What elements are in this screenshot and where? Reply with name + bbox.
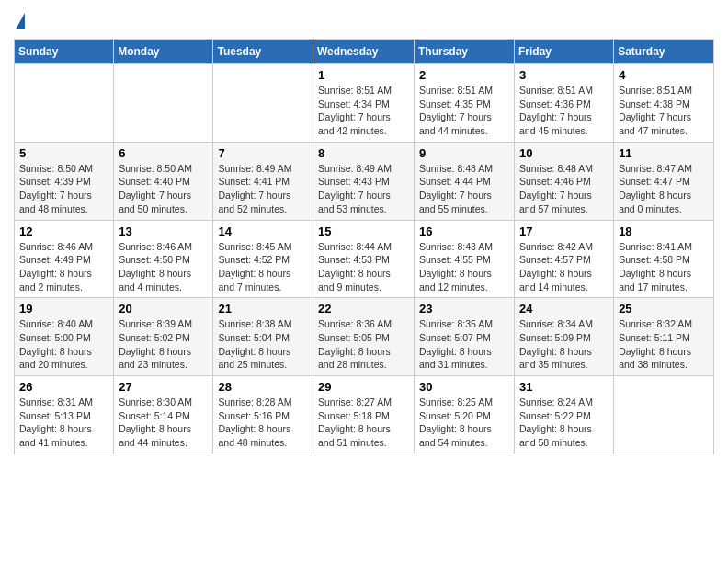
calendar-cell: 19Sunrise: 8:40 AMSunset: 5:00 PMDayligh… <box>15 298 114 376</box>
day-info: Sunrise: 8:43 AMSunset: 4:55 PMDaylight:… <box>419 240 509 294</box>
day-info: Sunrise: 8:31 AMSunset: 5:13 PMDaylight:… <box>19 396 108 450</box>
day-number: 20 <box>119 302 208 316</box>
day-info: Sunrise: 8:48 AMSunset: 4:46 PMDaylight:… <box>519 162 609 216</box>
calendar-cell <box>213 64 313 143</box>
day-number: 23 <box>419 302 509 316</box>
calendar-week-row: 26Sunrise: 8:31 AMSunset: 5:13 PMDayligh… <box>15 376 714 454</box>
day-info: Sunrise: 8:28 AMSunset: 5:16 PMDaylight:… <box>218 396 308 450</box>
day-info: Sunrise: 8:45 AMSunset: 4:52 PMDaylight:… <box>218 240 308 294</box>
calendar-cell: 29Sunrise: 8:27 AMSunset: 5:18 PMDayligh… <box>313 376 415 454</box>
day-number: 8 <box>318 146 409 160</box>
day-info: Sunrise: 8:51 AMSunset: 4:36 PMDaylight:… <box>519 84 609 138</box>
day-info: Sunrise: 8:51 AMSunset: 4:38 PMDaylight:… <box>619 84 709 138</box>
calendar-cell: 16Sunrise: 8:43 AMSunset: 4:55 PMDayligh… <box>415 220 515 298</box>
calendar-cell: 10Sunrise: 8:48 AMSunset: 4:46 PMDayligh… <box>515 142 614 220</box>
day-number: 26 <box>19 380 108 394</box>
calendar-cell: 12Sunrise: 8:46 AMSunset: 4:49 PMDayligh… <box>15 220 114 298</box>
day-info: Sunrise: 8:48 AMSunset: 4:44 PMDaylight:… <box>419 162 509 216</box>
day-info: Sunrise: 8:40 AMSunset: 5:00 PMDaylight:… <box>19 317 108 372</box>
day-info: Sunrise: 8:32 AMSunset: 5:11 PMDaylight:… <box>619 317 709 372</box>
calendar-week-row: 5Sunrise: 8:50 AMSunset: 4:39 PMDaylight… <box>15 142 714 220</box>
calendar-cell: 9Sunrise: 8:48 AMSunset: 4:44 PMDaylight… <box>415 142 515 220</box>
calendar-cell: 14Sunrise: 8:45 AMSunset: 4:52 PMDayligh… <box>213 220 313 298</box>
calendar-cell <box>114 64 213 143</box>
day-info: Sunrise: 8:25 AMSunset: 5:20 PMDaylight:… <box>419 396 509 450</box>
day-number: 2 <box>419 68 509 82</box>
day-number: 7 <box>218 146 308 160</box>
day-number: 29 <box>318 380 409 394</box>
logo-triangle-icon <box>16 13 25 29</box>
calendar-week-row: 12Sunrise: 8:46 AMSunset: 4:49 PMDayligh… <box>15 220 714 298</box>
calendar-cell: 6Sunrise: 8:50 AMSunset: 4:40 PMDaylight… <box>114 142 213 220</box>
calendar-cell: 22Sunrise: 8:36 AMSunset: 5:05 PMDayligh… <box>313 298 415 376</box>
calendar-cell: 28Sunrise: 8:28 AMSunset: 5:16 PMDayligh… <box>213 376 313 454</box>
day-of-week-header: Tuesday <box>213 40 313 64</box>
day-of-week-header: Monday <box>114 40 213 64</box>
day-info: Sunrise: 8:46 AMSunset: 4:50 PMDaylight:… <box>119 240 208 294</box>
day-info: Sunrise: 8:50 AMSunset: 4:39 PMDaylight:… <box>19 162 108 216</box>
calendar-cell: 2Sunrise: 8:51 AMSunset: 4:35 PMDaylight… <box>415 64 515 143</box>
calendar-cell: 21Sunrise: 8:38 AMSunset: 5:04 PMDayligh… <box>213 298 313 376</box>
day-info: Sunrise: 8:35 AMSunset: 5:07 PMDaylight:… <box>419 317 509 372</box>
day-number: 22 <box>318 302 409 316</box>
day-info: Sunrise: 8:51 AMSunset: 4:34 PMDaylight:… <box>318 84 409 138</box>
day-number: 4 <box>619 68 709 82</box>
day-number: 11 <box>619 146 709 160</box>
calendar-cell: 15Sunrise: 8:44 AMSunset: 4:53 PMDayligh… <box>313 220 415 298</box>
page-header <box>14 9 714 31</box>
calendar-cell: 17Sunrise: 8:42 AMSunset: 4:57 PMDayligh… <box>515 220 614 298</box>
day-info: Sunrise: 8:41 AMSunset: 4:58 PMDaylight:… <box>619 240 709 294</box>
calendar-cell: 4Sunrise: 8:51 AMSunset: 4:38 PMDaylight… <box>614 64 714 143</box>
day-info: Sunrise: 8:36 AMSunset: 5:05 PMDaylight:… <box>318 317 409 372</box>
day-info: Sunrise: 8:34 AMSunset: 5:09 PMDaylight:… <box>519 317 609 372</box>
calendar-cell: 20Sunrise: 8:39 AMSunset: 5:02 PMDayligh… <box>114 298 213 376</box>
calendar-cell: 7Sunrise: 8:49 AMSunset: 4:41 PMDaylight… <box>213 142 313 220</box>
day-number: 30 <box>419 380 509 394</box>
day-number: 17 <box>519 224 609 238</box>
calendar-cell: 24Sunrise: 8:34 AMSunset: 5:09 PMDayligh… <box>515 298 614 376</box>
day-number: 3 <box>519 68 609 82</box>
day-number: 12 <box>19 224 108 238</box>
day-number: 18 <box>619 224 709 238</box>
day-number: 21 <box>218 302 308 316</box>
day-info: Sunrise: 8:51 AMSunset: 4:35 PMDaylight:… <box>419 84 509 138</box>
calendar-body: 1Sunrise: 8:51 AMSunset: 4:34 PMDaylight… <box>15 64 714 454</box>
calendar-cell: 11Sunrise: 8:47 AMSunset: 4:47 PMDayligh… <box>614 142 714 220</box>
calendar-table: SundayMondayTuesdayWednesdayThursdayFrid… <box>14 39 714 454</box>
day-info: Sunrise: 8:46 AMSunset: 4:49 PMDaylight:… <box>19 240 108 294</box>
calendar-cell: 25Sunrise: 8:32 AMSunset: 5:11 PMDayligh… <box>614 298 714 376</box>
day-info: Sunrise: 8:39 AMSunset: 5:02 PMDaylight:… <box>119 317 208 372</box>
day-info: Sunrise: 8:49 AMSunset: 4:43 PMDaylight:… <box>318 162 409 216</box>
logo <box>14 13 25 31</box>
day-number: 28 <box>218 380 308 394</box>
calendar-cell: 8Sunrise: 8:49 AMSunset: 4:43 PMDaylight… <box>313 142 415 220</box>
day-number: 1 <box>318 68 409 82</box>
day-info: Sunrise: 8:30 AMSunset: 5:14 PMDaylight:… <box>119 396 208 450</box>
calendar-week-row: 1Sunrise: 8:51 AMSunset: 4:34 PMDaylight… <box>15 64 714 143</box>
day-info: Sunrise: 8:38 AMSunset: 5:04 PMDaylight:… <box>218 317 308 372</box>
calendar-cell: 5Sunrise: 8:50 AMSunset: 4:39 PMDaylight… <box>15 142 114 220</box>
calendar-cell <box>614 376 714 454</box>
day-of-week-header: Sunday <box>15 40 114 64</box>
calendar-cell <box>15 64 114 143</box>
day-number: 24 <box>519 302 609 316</box>
day-info: Sunrise: 8:42 AMSunset: 4:57 PMDaylight:… <box>519 240 609 294</box>
calendar-cell: 23Sunrise: 8:35 AMSunset: 5:07 PMDayligh… <box>415 298 515 376</box>
calendar-cell: 13Sunrise: 8:46 AMSunset: 4:50 PMDayligh… <box>114 220 213 298</box>
day-number: 9 <box>419 146 509 160</box>
day-number: 6 <box>119 146 208 160</box>
day-of-week-header: Saturday <box>614 40 714 64</box>
day-number: 19 <box>19 302 108 316</box>
calendar-cell: 27Sunrise: 8:30 AMSunset: 5:14 PMDayligh… <box>114 376 213 454</box>
day-of-week-header: Thursday <box>415 40 515 64</box>
calendar-cell: 30Sunrise: 8:25 AMSunset: 5:20 PMDayligh… <box>415 376 515 454</box>
calendar-cell: 31Sunrise: 8:24 AMSunset: 5:22 PMDayligh… <box>515 376 614 454</box>
day-of-week-header: Wednesday <box>313 40 415 64</box>
calendar-cell: 1Sunrise: 8:51 AMSunset: 4:34 PMDaylight… <box>313 64 415 143</box>
calendar-cell: 3Sunrise: 8:51 AMSunset: 4:36 PMDaylight… <box>515 64 614 143</box>
calendar-week-row: 19Sunrise: 8:40 AMSunset: 5:00 PMDayligh… <box>15 298 714 376</box>
day-number: 15 <box>318 224 409 238</box>
day-number: 16 <box>419 224 509 238</box>
day-info: Sunrise: 8:27 AMSunset: 5:18 PMDaylight:… <box>318 396 409 450</box>
day-of-week-header: Friday <box>515 40 614 64</box>
